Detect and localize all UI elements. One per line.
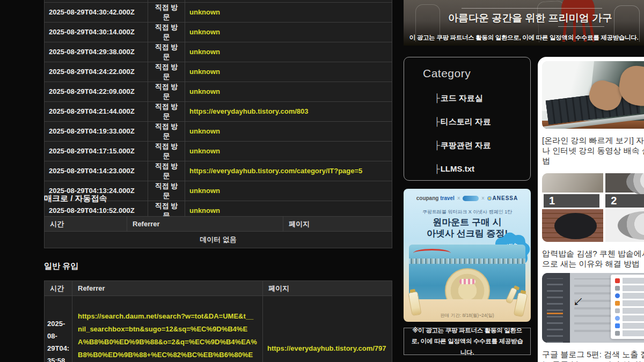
ad-disclaimer: 이 광고는 쿠팡 파트너스 활동의 일환으로, 이에 따른 일정액의 수수료를 … [404, 34, 644, 42]
visit-time-cell: 2025-08-29T04:21:44.000Z [45, 101, 148, 121]
tree-branch-glyph: ├ [434, 141, 440, 150]
visit-page-unknown: unknown [189, 68, 220, 76]
category-item-3[interactable]: ├쿠팡관련 자료 [434, 141, 530, 151]
visit-page-cell: unknown [185, 2, 392, 22]
visit-page-link[interactable]: https://everydayhub.tistory.com/category… [189, 167, 362, 175]
visit-type-cell: 직접 방문 [148, 2, 185, 22]
visit-row: 2025-08-29T04:19:33.000Z직접 방문unknown [45, 121, 392, 141]
article-title-line: 는 구글 블로그, 2가지 설정부터 확인 [542, 359, 644, 362]
campaign-line: 쿠팡트래블 워터파크 X 아넷사 캠페인 1탄 [404, 209, 531, 216]
visit-row: 2025-08-29T04:22:09.000Z직접 방문unknown [45, 82, 392, 101]
visit-type-cell: 직접 방문 [148, 161, 185, 181]
article-title-line: [온라인 강의 빠르게 보기] 자격증 공부 [542, 135, 644, 145]
x-separator: X [457, 196, 460, 201]
coupang-ad-headline-1: 원마운트 구매 시 [404, 216, 531, 228]
step-1-label: 1 [544, 194, 599, 208]
waterpark-photo [409, 245, 525, 299]
visit-type-cell: 직접 방문 [148, 82, 185, 101]
visit-page-link[interactable]: https://everydayhub.tistory.com/803 [189, 107, 309, 115]
laptop-typing-thumbnail [542, 61, 644, 129]
general-section-title: 일반 유입 [44, 261, 78, 271]
general-referrer-link[interactable]: https://search.daum.net/search?w=tot&DA=… [72, 296, 263, 362]
category-item-label: 코드 자료실 [441, 93, 483, 102]
ad-headline: 아름다운 공간을 위한 프리미엄 가구 [448, 11, 612, 25]
general-header-row: 시간 Referrer 페이지 [45, 281, 392, 296]
red-slide-shape [413, 249, 451, 257]
article-title: 구글 블로그 5편: 검색 노출 절대 안 되는 구글 블로그, 2가지 설정부… [542, 349, 644, 362]
related-articles-panel: [온라인 강의 빠르게 보기] 자격증 공부나 인터넷 강의 동영상 배속 설정… [538, 57, 644, 362]
sale-period: 판매 기간: 8/18(월)~24(일) [404, 313, 531, 319]
step-2-label: 2 [605, 194, 644, 208]
general-inflow-table: 시간 Referrer 페이지 2025-08-29T04:35:58.000Z… [44, 280, 392, 362]
category-item-label: LLMS.txt [441, 164, 474, 173]
visit-page-cell: https://everydayhub.tistory.com/803 [185, 101, 392, 121]
visit-page-cell: unknown [185, 181, 392, 201]
visit-row: 2025-08-29T04:29:38.000Z직접 방문unknown [45, 42, 392, 62]
tree-branch-glyph: ├ [434, 117, 440, 126]
tree-branch-glyph: ├ [434, 164, 440, 173]
visit-row: 2025-08-29T04:30:14.000Z직접 방문unknown [45, 22, 392, 42]
macro-section-title: 매크로 / 자동접속 [44, 193, 107, 204]
visit-page-cell: unknown [185, 82, 392, 101]
tree-branch-glyph: ├ [434, 93, 440, 102]
visit-row: 2025-08-29T04:14:23.000Z직접 방문https://eve… [45, 161, 392, 181]
visit-time-cell: 2025-08-29T04:30:42.000Z [45, 2, 148, 22]
visit-time-cell: 2025-08-29T04:30:14.000Z [45, 22, 148, 42]
visit-type-cell: 직접 방문 [148, 101, 185, 121]
article-title: [온라인 강의 빠르게 보기] 자격증 공부나 인터넷 강의 동영상 배속 설정… [542, 135, 644, 166]
recent-visits-table: 2025-08-29T04:30:42.000Z직접 방문unknown2025… [44, 0, 392, 241]
visit-row: 2025-08-29T04:30:42.000Z직접 방문unknown [45, 2, 392, 22]
visit-type-cell: 직접 방문 [148, 141, 185, 161]
category-item-4[interactable]: ├LLMS.txt [434, 164, 530, 173]
visit-page-unknown: unknown [189, 87, 220, 95]
visit-page-unknown: unknown [189, 206, 220, 215]
analytics-page: 2025-08-29T04:30:42.000Z직접 방문unknown2025… [0, 0, 644, 362]
visit-row: 2025-08-29T04:24:22.000Z직접 방문unknown [45, 62, 392, 82]
visit-page-unknown: unknown [189, 28, 220, 36]
article-title-line: 법 [542, 156, 644, 166]
article-card-3[interactable]: →구글 블로그 5편: 검색 노출 절대 안 되는 구글 블로그, 2가지 설정… [542, 273, 644, 362]
ad-divider-line [462, 8, 602, 9]
rice-cooker-collage-thumbnail: 12 [542, 173, 644, 242]
waterpark-logo [463, 196, 479, 201]
notice-text: ※이 광고는 쿠팡 파트너스 활동의 일환으로, 이에 따른 일정액의 수수료를… [409, 325, 525, 357]
macro-header-row: 시간 Referrer 페이지 [45, 217, 392, 232]
visit-row: 2025-08-29T04:21:44.000Z직접 방문https://eve… [45, 101, 392, 121]
macro-table: 시간 Referrer 페이지 데이터 없음 [44, 216, 392, 248]
coupang-travel-ad[interactable]: coupang travel X X ANESSA 쿠팡트래블 워터파크 X 아… [404, 189, 531, 322]
visit-page-cell: unknown [185, 141, 392, 161]
category-item-label: 쿠팡관련 자료 [441, 141, 491, 150]
visit-time-cell: 2025-08-29T04:14:23.000Z [45, 161, 148, 181]
article-card-1[interactable]: [온라인 강의 빠르게 보기] 자격증 공부나 인터넷 강의 동영상 배속 설정… [542, 61, 644, 166]
visit-page-cell: unknown [185, 121, 392, 141]
article-title-line: 으로 새는 이유와 해결 방법 [542, 258, 644, 269]
visit-page-unknown: unknown [189, 187, 220, 195]
macro-col-page: 페이지 [283, 217, 392, 232]
visit-type-cell: 직접 방문 [148, 181, 185, 201]
furniture-ad-banner[interactable]: 아름다운 공간을 위한 프리미엄 가구 이 광고는 쿠팡 파트너스 활동의 일환… [404, 0, 644, 46]
sun-icon [487, 196, 492, 201]
visit-page-unknown: unknown [189, 147, 220, 155]
ad-divider-line [558, 26, 604, 27]
general-time-cell: 2025-08-29T04:35:58.000Z [45, 296, 72, 362]
category-item-1[interactable]: ├코드 자료실 [434, 93, 530, 104]
visit-time-cell: 2025-08-29T04:29:38.000Z [45, 42, 148, 62]
visit-page-cell: unknown [185, 62, 392, 82]
visit-row: 2025-08-29T04:17:15.000Z직접 방문unknown [45, 141, 392, 161]
visit-time-cell: 2025-08-29T04:22:09.000Z [45, 82, 148, 101]
coupang-logo: coupang travel [416, 195, 455, 201]
category-item-2[interactable]: ├티스토리 자료 [434, 117, 530, 127]
category-item-label: 티스토리 자료 [441, 117, 491, 126]
general-col-time: 시간 [45, 281, 72, 296]
coupang-ad-logos: coupang travel X X ANESSA [404, 195, 531, 201]
hat-ribbon-shape [459, 279, 475, 284]
article-title-line: 압력밥솥 김샘? 쿠첸 밥솥에서 김이 [542, 248, 644, 258]
article-card-2[interactable]: 12압력밥솥 김샘? 쿠첸 밥솥에서 김이으로 새는 이유와 해결 방법 [542, 173, 644, 269]
visit-page-unknown: unknown [189, 48, 220, 56]
visit-time-cell: 2025-08-29T04:19:33.000Z [45, 121, 148, 141]
visit-time-cell: 2025-08-29T04:24:22.000Z [45, 62, 148, 82]
category-title: Category [423, 67, 530, 80]
general-page-link[interactable]: https://everydayhub.tistory.com/797 [263, 296, 392, 362]
macro-col-referrer: Referrer [127, 217, 283, 232]
article-title-line: 나 인터넷 강의 동영상 배속 설정하 [542, 145, 644, 156]
